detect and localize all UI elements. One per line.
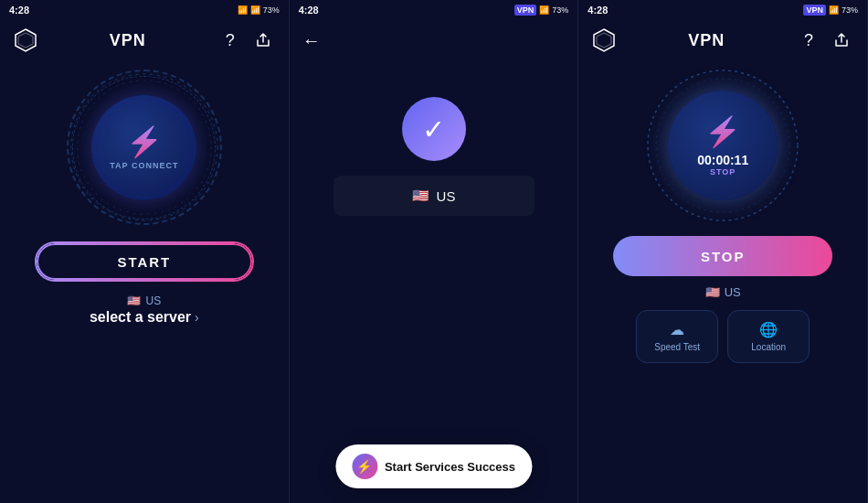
tap-connect-button[interactable]: ⚡ TAP CONNECT [91,95,196,200]
nav-icons-right-1: ? [217,27,276,53]
flag-emoji-1: 🇺🇸 [127,294,141,307]
location-button[interactable]: 🌐 Location [727,310,810,363]
status-time-1: 4:28 [9,5,29,16]
connected-circle: ⚡ 00:00:11 STOP [668,91,778,200]
country-code-2: US [437,188,456,204]
panel-disconnected: 4:28 📶 📶 73% VPN ? [0,0,290,503]
hex-menu-icon-3[interactable] [591,27,617,53]
speed-test-button[interactable]: ☁ Speed Test [636,310,718,363]
check-icon: ✓ [422,113,445,145]
status-icons-2: VPN 📶 73% [514,5,569,16]
signal-icon-1: 📶 [238,5,248,15]
status-time-3: 4:28 [587,5,608,16]
panel-connecting: 4:28 VPN 📶 73% ← ✓ 🇺🇸 US ⚡ Start Service… [290,0,579,503]
top-nav-1: VPN ? [0,20,289,60]
timer-display: 00:00:11 [697,153,748,167]
signal-icon-3: 📶 [829,5,839,15]
select-server-chevron: › [195,310,199,325]
back-button[interactable]: ← [302,30,321,51]
battery-1: 📶 73% [250,5,280,15]
battery-3: 73% [842,5,858,15]
speed-test-icon: ☁ [670,321,684,338]
flag-row: 🇺🇸 US [127,294,161,307]
vpn-badge-3: VPN [803,5,826,16]
us-flag-bar: 🇺🇸 US [333,176,535,216]
flag-emoji-2: 🇺🇸 [412,187,429,204]
vpn-badge-2: VPN [514,5,537,16]
battery-2: 73% [552,5,568,15]
stop-button[interactable]: STOP [613,236,832,276]
country-code-3: US [725,285,741,299]
check-circle: ✓ [402,97,466,161]
toast-icon: ⚡ [352,454,377,479]
hex-menu-icon-1[interactable] [13,27,38,53]
connect-area: ⚡ TAP CONNECT START 🇺🇸 US select a serve… [0,60,289,503]
lightning-icon: ⚡ [126,124,163,159]
flag-emoji-3: 🇺🇸 [705,285,720,299]
svg-marker-1 [18,33,33,48]
status-icons-3: VPN 📶 73% [803,5,858,16]
status-icons-1: 📶 📶 73% [238,5,280,15]
connecting-content: ✓ 🇺🇸 US [290,60,578,503]
status-bar-2: 4:28 VPN 📶 73% [290,0,578,20]
signal-icon-2: 📶 [539,5,549,15]
nav-title-3: VPN [688,31,725,50]
lightning-icon-3: ⚡ [704,114,741,149]
status-time-2: 4:28 [299,5,319,16]
connect-ring: ⚡ TAP CONNECT [67,70,222,225]
location-label: Location [751,342,786,353]
server-selector[interactable]: 🇺🇸 US select a server › [90,294,199,326]
toast-text: Start Services Success [385,460,515,474]
start-button[interactable]: START [35,241,254,282]
connected-area: ⚡ 00:00:11 STOP STOP 🇺🇸 US ☁ Speed Test … [578,60,867,503]
status-bar-3: 4:28 VPN 📶 73% [578,0,867,20]
nav-title-1: VPN [110,31,146,50]
top-nav-3: VPN ? [578,20,867,60]
panel-connected: 4:28 VPN 📶 73% VPN ? [578,0,868,503]
help-icon-3[interactable]: ? [796,27,821,53]
success-toast: ⚡ Start Services Success [335,444,532,488]
status-bar-1: 4:28 📶 📶 73% [0,0,289,20]
country-code-1: US [145,294,161,307]
help-icon-1[interactable]: ? [217,27,243,53]
speed-test-label: Speed Test [654,342,700,353]
top-nav-2: ← [290,20,578,60]
select-server-text: select a server [90,309,191,326]
share-icon-1[interactable] [250,27,276,53]
svg-marker-5 [597,33,611,48]
us-location-row: 🇺🇸 US [705,285,741,299]
stop-label-small: STOP [710,167,736,177]
location-icon: 🌐 [759,321,778,338]
share-icon-3[interactable] [829,27,854,53]
tap-connect-label: TAP CONNECT [110,161,178,170]
quick-buttons-row: ☁ Speed Test 🌐 Location [636,310,810,363]
nav-icons-right-3: ? [796,27,854,53]
connected-ring: ⚡ 00:00:11 STOP [645,68,800,223]
